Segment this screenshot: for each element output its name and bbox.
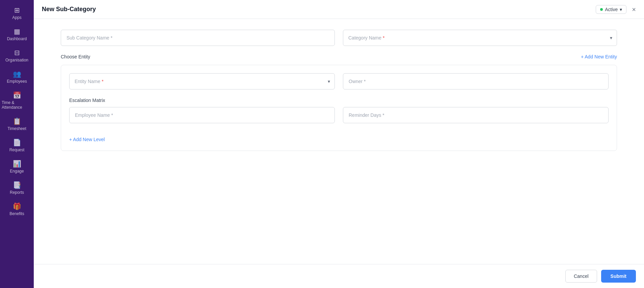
sidebar-item-reports[interactable]: 📑 Reports — [0, 178, 34, 198]
sidebar: ⊞ Apps ▦ Dashboard ⊟ Organisation 👥 Empl… — [0, 0, 34, 288]
employees-icon: 👥 — [13, 71, 21, 77]
header: New Sub-Category Active ▾ × — [34, 0, 644, 19]
add-new-level-link[interactable]: + Add New Level — [69, 137, 105, 142]
status-dot — [600, 8, 603, 11]
chevron-down-icon: ▾ — [620, 7, 622, 12]
apps-icon: ⊞ — [14, 7, 20, 14]
category-select-wrapper: ▾ Category Name * — [343, 30, 617, 46]
entity-name-group: ▾ Entity Name * — [69, 73, 335, 89]
reminder-days-group — [343, 107, 609, 123]
sidebar-item-label: Organisation — [5, 58, 28, 62]
category-select[interactable] — [343, 30, 617, 46]
owner-input[interactable] — [343, 73, 609, 89]
category-group: ▾ Category Name * — [343, 30, 617, 46]
request-icon: 📄 — [13, 139, 21, 146]
sidebar-item-label: Engage — [10, 169, 24, 174]
benefits-icon: 🎁 — [13, 203, 21, 210]
employee-name-group — [69, 107, 335, 123]
main-content: New Sub-Category Active ▾ × ▾ — [34, 0, 644, 288]
status-badge[interactable]: Active ▾ — [596, 5, 626, 14]
sidebar-item-request[interactable]: 📄 Request — [0, 136, 34, 156]
sidebar-item-timesheet[interactable]: 📋 Timesheet — [0, 114, 34, 134]
sub-category-input[interactable] — [61, 30, 335, 46]
choose-entity-section-header: Choose Entity + Add New Entity — [61, 54, 617, 59]
choose-entity-label: Choose Entity — [61, 54, 90, 59]
sub-category-group — [61, 30, 335, 46]
time-attendance-icon: 📅 — [13, 92, 21, 99]
entity-name-select[interactable] — [69, 73, 335, 89]
entity-name-select-wrapper: ▾ Entity Name * — [69, 73, 335, 89]
sidebar-item-apps[interactable]: ⊞ Apps — [0, 3, 34, 23]
organisation-icon: ⊟ — [14, 49, 20, 56]
sidebar-item-label: Request — [9, 148, 25, 152]
sidebar-item-label: Benefits — [9, 211, 24, 216]
sidebar-item-label: Time & Attendance — [2, 100, 32, 110]
sidebar-item-organisation[interactable]: ⊟ Organisation — [0, 46, 34, 66]
escalation-matrix-label: Escalation Matrix — [69, 98, 609, 103]
page-title: New Sub-Category — [42, 6, 96, 13]
close-button[interactable]: × — [632, 6, 636, 13]
form-content: ▾ Category Name * Choose Entity + Add Ne… — [34, 19, 644, 264]
owner-group — [343, 73, 609, 89]
sidebar-item-employees[interactable]: 👥 Employees — [0, 67, 34, 87]
footer: Cancel Submit — [34, 264, 644, 288]
submit-button[interactable]: Submit — [601, 270, 636, 283]
entity-card: ▾ Entity Name * Escalation Matrix — [61, 65, 617, 151]
escalation-matrix-section: Escalation Matrix + Add New Level — [69, 98, 609, 142]
sidebar-item-label: Dashboard — [7, 36, 27, 41]
sidebar-item-engage[interactable]: 📊 Engage — [0, 157, 34, 177]
sidebar-item-time-attendance[interactable]: 📅 Time & Attendance — [0, 88, 34, 113]
dashboard-icon: ▦ — [14, 28, 20, 35]
reports-icon: 📑 — [13, 182, 21, 188]
form-row-1: ▾ Category Name * — [61, 30, 617, 46]
sidebar-item-label: Apps — [12, 15, 21, 20]
sidebar-item-label: Reports — [10, 190, 24, 195]
escalation-row — [69, 107, 609, 123]
entity-row: ▾ Entity Name * — [69, 73, 609, 89]
sidebar-item-label: Timesheet — [7, 126, 26, 131]
status-label: Active — [605, 7, 618, 12]
employee-name-input[interactable] — [69, 107, 335, 123]
sidebar-item-benefits[interactable]: 🎁 Benefits — [0, 200, 34, 219]
engage-icon: 📊 — [13, 160, 21, 167]
add-new-entity-link[interactable]: + Add New Entity — [581, 54, 617, 59]
reminder-days-input[interactable] — [343, 107, 609, 123]
header-actions: Active ▾ × — [596, 5, 636, 14]
timesheet-icon: 📋 — [13, 118, 21, 125]
sidebar-item-label: Employees — [7, 79, 27, 84]
cancel-button[interactable]: Cancel — [565, 270, 597, 283]
sidebar-item-dashboard[interactable]: ▦ Dashboard — [0, 25, 34, 45]
